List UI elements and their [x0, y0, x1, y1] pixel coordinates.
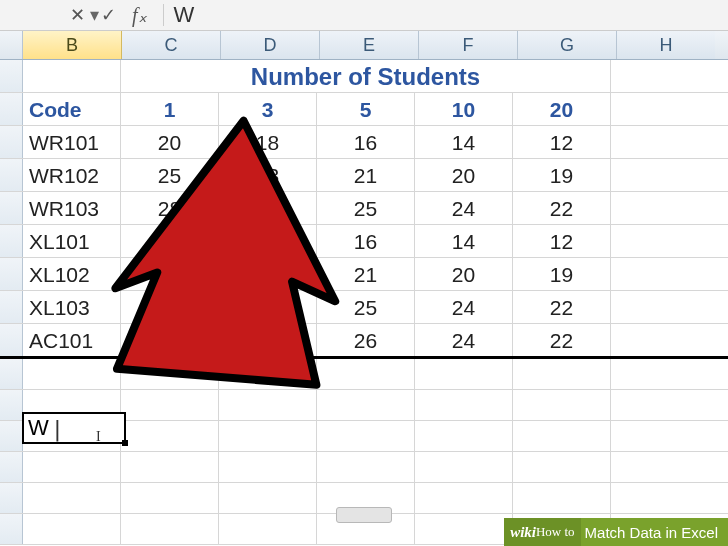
col-head-d[interactable]: D [221, 31, 320, 59]
col-head-g[interactable]: G [518, 31, 617, 59]
formula-bar: ▾ ✕ ✓ fₓ W [0, 0, 728, 31]
cell[interactable] [121, 291, 219, 323]
col-head-h[interactable]: H [617, 31, 715, 59]
cell[interactable]: 22 [513, 324, 611, 356]
cell[interactable] [219, 225, 317, 257]
fx-icon[interactable]: fₓ [132, 3, 147, 27]
row-gutter[interactable] [0, 60, 23, 92]
header-5: 5 [317, 93, 415, 125]
cell[interactable]: 24 [415, 291, 513, 323]
cell-code[interactable]: AC101 [23, 324, 121, 356]
cell[interactable]: 14 [415, 225, 513, 257]
cell[interactable]: 26 [317, 324, 415, 356]
row-gutter[interactable] [0, 192, 23, 224]
row-gutter[interactable] [0, 359, 23, 389]
col-head-f[interactable]: F [419, 31, 518, 59]
accept-icon[interactable]: ✓ [101, 4, 116, 26]
header-code: Code [23, 93, 121, 125]
cell[interactable]: 19 [513, 258, 611, 290]
col-head-e[interactable]: E [320, 31, 419, 59]
cell-code[interactable]: XL101 [23, 225, 121, 257]
cell[interactable]: 14 [415, 126, 513, 158]
cell[interactable]: 19 [513, 159, 611, 191]
cell[interactable] [121, 258, 219, 290]
cell[interactable]: 24 [415, 192, 513, 224]
cell[interactable]: 12 [513, 126, 611, 158]
scrollbar-thumb[interactable] [336, 507, 392, 523]
header-20: 20 [513, 93, 611, 125]
active-cell-value: W [28, 415, 49, 441]
name-box-dropdown-icon[interactable]: ▾ [90, 4, 100, 14]
table-row: XL102 3 21 20 19 [0, 258, 728, 291]
cell[interactable]: 12 [513, 225, 611, 257]
cell[interactable] [219, 291, 317, 323]
cell[interactable]: 21 [317, 159, 415, 191]
active-cell-edit[interactable]: W | I [22, 412, 126, 444]
cell[interactable]: 22 [513, 291, 611, 323]
select-all-corner[interactable] [0, 31, 23, 59]
cell[interactable]: 24 [415, 324, 513, 356]
caption-text: Match Data in Excel [585, 524, 718, 541]
table-row: XL103 25 24 22 [0, 291, 728, 324]
cell[interactable]: 22 [513, 192, 611, 224]
row-gutter[interactable] [0, 421, 23, 451]
column-headers: B C D E F G H [0, 31, 728, 60]
row-gutter[interactable] [0, 93, 23, 125]
row-gutter[interactable] [0, 258, 23, 290]
cell[interactable]: 3 [219, 258, 317, 290]
table-row: XL101 2 16 14 12 [0, 225, 728, 258]
cell[interactable]: 25 [317, 192, 415, 224]
cell[interactable]: 28 [219, 324, 317, 356]
table-row [0, 452, 728, 483]
header-10: 10 [415, 93, 513, 125]
row-gutter[interactable] [0, 159, 23, 191]
cell[interactable]: 25 [121, 159, 219, 191]
cell-code[interactable]: WR102 [23, 159, 121, 191]
cancel-icon[interactable]: ✕ [70, 4, 85, 26]
table-row: WR101 20 18 16 14 12 [0, 126, 728, 159]
cell[interactable] [219, 192, 317, 224]
cell-code[interactable]: WR101 [23, 126, 121, 158]
table-row: AC101 28 26 24 22 [0, 324, 728, 359]
cell[interactable]: 2 [121, 225, 219, 257]
table-header-row: Code 1 3 5 10 20 [0, 93, 728, 126]
cell[interactable]: 28 [121, 192, 219, 224]
cell[interactable]: 16 [317, 126, 415, 158]
header-1: 1 [121, 93, 219, 125]
table-row: WR102 25 23 21 20 19 [0, 159, 728, 192]
table-row [0, 359, 728, 390]
cell[interactable]: 23 [219, 159, 317, 191]
col-head-b[interactable]: B [23, 31, 122, 59]
cell[interactable] [121, 324, 219, 356]
formula-input[interactable]: W [163, 4, 728, 26]
cell[interactable]: 20 [121, 126, 219, 158]
cell-code[interactable]: XL103 [23, 291, 121, 323]
cell[interactable]: 16 [317, 225, 415, 257]
cell-code[interactable]: WR103 [23, 192, 121, 224]
cell[interactable]: 20 [415, 159, 513, 191]
row-gutter[interactable] [0, 126, 23, 158]
row-gutter[interactable] [0, 225, 23, 257]
cell[interactable]: 18 [219, 126, 317, 158]
ibeam-cursor-icon: I [96, 429, 101, 445]
row-gutter[interactable] [0, 291, 23, 323]
brand-label: wikiHow to [504, 518, 580, 546]
table-row: WR103 28 25 24 22 [0, 192, 728, 225]
table-title-row: Number of Students [0, 60, 728, 93]
col-head-c[interactable]: C [122, 31, 221, 59]
row-gutter[interactable] [0, 324, 23, 356]
cell[interactable]: 21 [317, 258, 415, 290]
grid[interactable]: Number of Students Code 1 3 5 10 20 WR10… [0, 60, 728, 545]
cell[interactable]: 20 [415, 258, 513, 290]
text-caret-icon: | [51, 416, 58, 441]
caption-bar: wikiHow to Match Data in Excel [504, 518, 728, 546]
cell-code[interactable]: XL102 [23, 258, 121, 290]
header-3: 3 [219, 93, 317, 125]
cell[interactable]: 25 [317, 291, 415, 323]
table-title: Number of Students [121, 60, 611, 92]
row-gutter[interactable] [0, 452, 23, 482]
row-gutter[interactable] [0, 390, 23, 420]
